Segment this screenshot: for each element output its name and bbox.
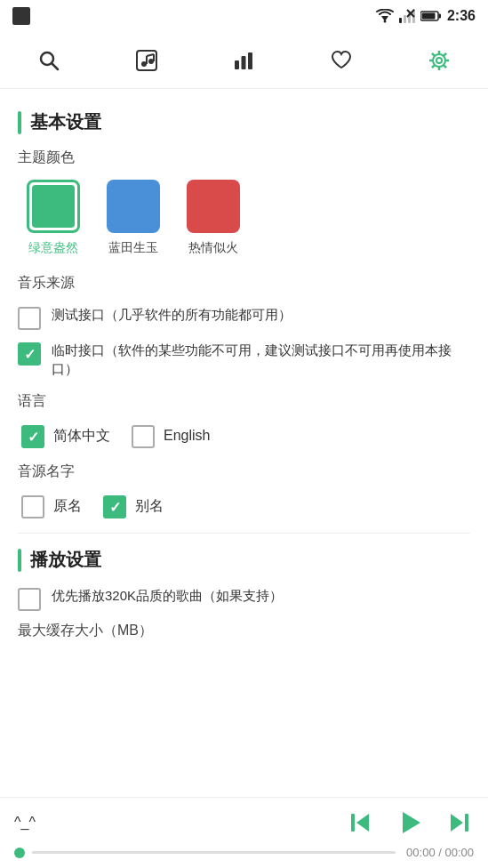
time-display: 2:36 (447, 8, 476, 24)
theme-green-label: 绿意盎然 (28, 240, 78, 256)
name-original-label: 原名 (53, 497, 82, 516)
music-note-nav-icon[interactable] (129, 43, 164, 78)
svg-line-29 (444, 65, 446, 68)
status-bar: 2:36 (0, 0, 488, 32)
basic-settings-title: 基本设置 (30, 110, 101, 134)
lang-chinese-label: 简体中文 (53, 427, 110, 446)
theme-green-inner (32, 185, 75, 228)
play-settings-header: 播放设置 (18, 548, 470, 572)
lang-chinese: 简体中文 (21, 423, 110, 448)
theme-red-label: 热情似火 (188, 240, 238, 256)
section-divider (18, 533, 470, 534)
section-bar-indicator (18, 111, 21, 134)
play-section-bar-indicator (18, 549, 21, 572)
svg-rect-2 (399, 18, 402, 23)
theme-blue[interactable]: 蓝田生玉 (107, 180, 160, 256)
theme-blue-box[interactable] (107, 180, 160, 233)
player-time: 00:00 / 00:00 (403, 846, 474, 859)
source-name-label: 音源名字 (18, 462, 470, 481)
svg-line-28 (432, 52, 435, 55)
battery-icon (420, 10, 442, 22)
heart-nav-icon[interactable] (324, 43, 359, 78)
main-content: 基本设置 主题颜色 绿意盎然 蓝田生玉 热情似火 音乐来 (0, 89, 488, 797)
cache-label: 最大缓存大小（MB） (18, 622, 470, 640)
language-section: 语言 简体中文 English (18, 392, 470, 448)
bottom-player: ^_^ (0, 797, 488, 868)
status-square-icon (12, 7, 30, 25)
progress-dot[interactable] (14, 848, 25, 858)
svg-marker-32 (356, 814, 369, 832)
chart-nav-icon[interactable] (226, 43, 261, 78)
svg-marker-35 (451, 814, 463, 832)
prev-button[interactable] (346, 808, 374, 837)
svg-line-17 (147, 54, 154, 56)
theme-green[interactable]: 绿意盎然 (27, 180, 80, 256)
music-source-text-0: 测试接口（几乎软件的所有功能都可用） (52, 305, 292, 324)
next-button[interactable] (445, 808, 474, 837)
search-nav-icon[interactable] (31, 43, 67, 78)
play-option-checkbox-0[interactable] (18, 588, 41, 611)
svg-rect-19 (235, 60, 239, 69)
play-button[interactable] (390, 803, 429, 842)
name-alias-checkbox[interactable] (103, 495, 126, 518)
svg-rect-3 (404, 15, 406, 23)
music-source-section: 音乐来源 测试接口（几乎软件的所有功能都可用） 临时接口（软件的某些功能不可用，… (18, 274, 470, 378)
progress-row: 00:00 / 00:00 (14, 846, 474, 859)
name-alias: 别名 (103, 494, 164, 518)
play-option-text-0: 优先播放320K品质的歌曲（如果支持） (52, 586, 283, 605)
svg-rect-10 (438, 14, 441, 19)
theme-red[interactable]: 热情似火 (187, 180, 240, 256)
basic-settings-header: 基本设置 (18, 110, 470, 134)
svg-rect-21 (248, 52, 252, 69)
name-alias-label: 别名 (135, 497, 164, 516)
svg-point-23 (436, 58, 442, 63)
signal-icon (399, 9, 415, 23)
player-track-text: ^_^ (14, 815, 36, 831)
music-source-checkbox-1[interactable] (18, 342, 41, 366)
status-right: 2:36 (376, 8, 476, 24)
source-name-row: 原名 别名 (18, 494, 470, 518)
music-source-option-0: 测试接口（几乎软件的所有功能都可用） (18, 305, 470, 330)
status-left (12, 7, 30, 25)
svg-rect-9 (421, 13, 435, 20)
svg-line-12 (52, 63, 58, 69)
lang-english-label: English (164, 428, 210, 444)
theme-red-box[interactable] (187, 180, 240, 233)
language-row: 简体中文 English (18, 423, 470, 448)
play-settings-title: 播放设置 (30, 548, 101, 572)
theme-color-label: 主题颜色 (18, 149, 470, 167)
settings-nav-icon[interactable] (421, 43, 457, 78)
lang-english: English (132, 423, 210, 448)
music-source-checkbox-0[interactable] (18, 307, 41, 330)
source-name-section: 音源名字 原名 别名 (18, 462, 470, 518)
svg-marker-34 (403, 812, 420, 833)
nav-bar (0, 32, 488, 89)
svg-line-30 (444, 52, 446, 55)
music-source-label: 音乐来源 (18, 274, 470, 293)
svg-rect-36 (465, 814, 468, 832)
svg-point-1 (383, 20, 386, 23)
wifi-icon (376, 9, 394, 23)
player-controls (346, 803, 474, 842)
theme-green-box[interactable] (27, 180, 80, 233)
music-source-text-1: 临时接口（软件的某些功能不可用，建议测试接口不可用再使用本接口） (52, 341, 470, 378)
svg-rect-33 (351, 814, 355, 832)
name-original: 原名 (21, 494, 82, 518)
music-source-option-1: 临时接口（软件的某些功能不可用，建议测试接口不可用再使用本接口） (18, 341, 470, 378)
lang-chinese-checkbox[interactable] (21, 425, 44, 448)
theme-blue-label: 蓝田生玉 (108, 240, 158, 256)
language-label: 语言 (18, 392, 470, 411)
progress-bar[interactable] (32, 851, 396, 854)
theme-color-row: 绿意盎然 蓝田生玉 热情似火 (18, 180, 470, 256)
player-top-row: ^_^ (14, 803, 474, 842)
svg-rect-20 (242, 56, 246, 69)
svg-line-31 (432, 65, 435, 68)
svg-point-22 (433, 54, 445, 67)
name-original-checkbox[interactable] (21, 495, 44, 518)
theme-color-section: 主题颜色 绿意盎然 蓝田生玉 热情似火 (18, 149, 470, 256)
lang-english-checkbox[interactable] (132, 425, 155, 448)
play-option-0: 优先播放320K品质的歌曲（如果支持） (18, 586, 470, 611)
